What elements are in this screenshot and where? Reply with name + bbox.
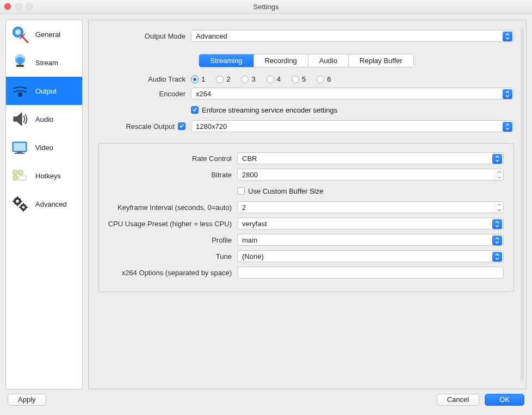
sidebar-item-label: Advanced	[35, 200, 67, 208]
rate-control-label: Rate Control	[104, 154, 237, 163]
output-tabs: Streaming Recording Audio Replay Buffer	[199, 54, 413, 67]
output-icon	[9, 80, 31, 102]
svg-point-1	[15, 29, 21, 35]
sidebar-item-hotkeys[interactable]: Hotkeys	[6, 162, 82, 190]
keyframe-input[interactable]: 2	[237, 201, 504, 213]
sidebar-item-label: Stream	[35, 59, 58, 67]
audio-track-3[interactable]: 3	[241, 75, 255, 83]
bitrate-input[interactable]: 2800	[237, 169, 504, 181]
x264-options-label: x264 Options (separated by space)	[104, 269, 237, 277]
tab-recording[interactable]: Recording	[254, 54, 308, 67]
sidebar-item-label: Hotkeys	[35, 172, 61, 180]
custom-buffer-checkbox[interactable]: Use Custom Buffer Size	[237, 185, 323, 197]
output-mode-value: Advanced	[196, 32, 227, 40]
sidebar-item-stream[interactable]: Stream	[6, 48, 82, 77]
spinner-icon[interactable]	[494, 169, 503, 180]
svg-rect-12	[18, 170, 23, 175]
row-encoder: Encoder x264	[98, 88, 514, 100]
row-profile: Profile main	[104, 234, 504, 246]
output-mode-select[interactable]: Advanced	[191, 30, 514, 42]
chevron-updown-icon	[492, 219, 502, 229]
sidebar-item-output[interactable]: Output	[6, 77, 82, 105]
chevron-updown-icon	[503, 89, 512, 99]
tab-replay-buffer[interactable]: Replay Buffer	[349, 54, 413, 67]
svg-rect-26	[26, 207, 28, 208]
svg-rect-4	[20, 63, 21, 65]
audio-track-2[interactable]: 2	[216, 75, 230, 83]
audio-track-5[interactable]: 5	[292, 75, 306, 83]
tune-select[interactable]: (None)	[237, 250, 504, 262]
row-custom-buffer: Use Custom Buffer Size	[104, 185, 504, 197]
svg-rect-10	[15, 153, 24, 154]
svg-point-2	[15, 54, 25, 64]
row-x264-options: x264 Options (separated by space)	[104, 267, 504, 278]
audio-track-1[interactable]: 1	[191, 75, 205, 83]
spinner-icon[interactable]	[494, 202, 503, 213]
svg-rect-9	[17, 152, 22, 153]
stream-icon	[9, 52, 31, 73]
chevron-updown-icon	[503, 32, 512, 41]
tab-streaming[interactable]: Streaming	[199, 54, 253, 67]
row-keyframe: Keyframe Interval (seconds, 0=auto) 2	[104, 201, 504, 213]
main-panel: Output Mode Advanced Streaming Recording…	[88, 20, 527, 389]
cpu-preset-value: veryfast	[242, 220, 267, 228]
row-tune: Tune (None)	[104, 250, 504, 262]
rate-control-value: CBR	[242, 154, 257, 163]
sidebar-item-label: General	[35, 30, 60, 39]
rescale-select[interactable]: 1280x720	[191, 120, 514, 132]
encoder-select[interactable]: x264	[191, 88, 514, 100]
general-icon	[9, 23, 31, 45]
sidebar-item-audio[interactable]: Audio	[6, 105, 82, 133]
vertical-scrollbar[interactable]	[521, 28, 524, 381]
svg-point-16	[16, 200, 19, 203]
chevron-updown-icon	[503, 122, 512, 132]
cancel-button[interactable]: Cancel	[437, 394, 479, 406]
row-rescale: Rescale Output 1280x720	[98, 120, 514, 132]
profile-select[interactable]: main	[237, 234, 504, 246]
keyframe-label: Keyframe Interval (seconds, 0=auto)	[104, 203, 237, 212]
audio-track-4[interactable]: 4	[267, 75, 281, 83]
chevron-updown-icon	[492, 154, 502, 164]
rescale-checkbox[interactable]	[178, 120, 185, 132]
traffic-lights	[4, 3, 33, 10]
sidebar-item-label: Video	[35, 144, 53, 152]
row-bitrate: Bitrate 2800	[104, 169, 504, 181]
enforce-encoder-checkbox[interactable]: Enforce streaming service encoder settin…	[191, 104, 337, 116]
bitrate-value: 2800	[242, 171, 258, 179]
rate-control-select[interactable]: CBR	[237, 152, 504, 164]
sidebar-item-advanced[interactable]: Advanced	[6, 190, 82, 218]
ok-button[interactable]: OK	[485, 394, 524, 406]
tab-audio[interactable]: Audio	[308, 54, 349, 67]
encoder-label: Encoder	[98, 90, 191, 98]
apply-button[interactable]: Apply	[8, 394, 46, 406]
audio-track-label: Audio Track	[98, 75, 191, 83]
minimize-icon[interactable]	[15, 3, 22, 10]
svg-rect-19	[13, 201, 14, 202]
hotkeys-icon	[9, 165, 31, 187]
svg-rect-25	[19, 207, 21, 208]
audio-track-6[interactable]: 6	[317, 75, 331, 83]
video-icon	[9, 137, 31, 158]
close-icon[interactable]	[4, 3, 11, 10]
cpu-preset-select[interactable]: veryfast	[237, 218, 504, 230]
svg-rect-24	[23, 210, 24, 212]
x264-options-input[interactable]	[237, 267, 504, 278]
tune-label: Tune	[104, 252, 237, 261]
svg-rect-20	[21, 201, 22, 202]
fullscreen-icon[interactable]	[26, 3, 33, 10]
sidebar: General Stream	[5, 20, 83, 389]
sidebar-item-general[interactable]: General	[6, 20, 82, 48]
sidebar-item-video[interactable]: Video	[6, 133, 82, 162]
advanced-icon	[9, 193, 31, 215]
row-cpu-preset: CPU Usage Preset (higher = less CPU) ver…	[104, 218, 504, 230]
svg-point-22	[22, 206, 25, 209]
profile-value: main	[242, 236, 257, 244]
svg-rect-18	[17, 205, 18, 206]
row-audio-track: Audio Track 1 2 3 4 5 6	[98, 75, 514, 83]
row-enforce: Enforce streaming service encoder settin…	[98, 104, 514, 116]
audio-track-radios: 1 2 3 4 5 6	[191, 75, 331, 83]
row-rate-control: Rate Control CBR	[104, 152, 504, 164]
output-mode-label: Output Mode	[98, 32, 191, 40]
svg-rect-8	[14, 143, 26, 151]
profile-label: Profile	[104, 236, 237, 244]
